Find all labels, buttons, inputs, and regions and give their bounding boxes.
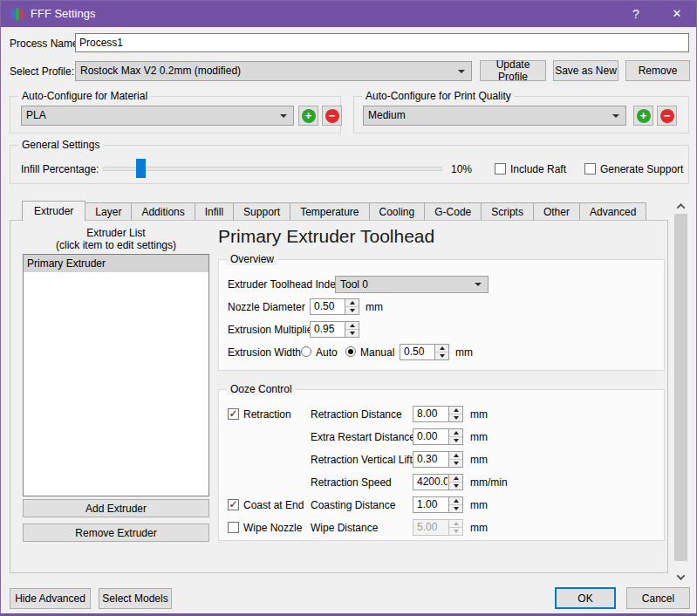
coasting-distance-unit: mm <box>470 499 488 511</box>
remove-material-button[interactable]: − <box>322 106 342 126</box>
remove-quality-button[interactable]: − <box>657 106 677 126</box>
scroll-down-icon[interactable] <box>673 571 688 584</box>
ooze-control-groupbox: Ooze Control ✓ Retraction Retraction Dis… <box>218 389 665 541</box>
toolhead-index-value: Tool 0 <box>340 277 470 292</box>
select-models-button[interactable]: Select Models <box>99 588 172 609</box>
infill-slider-track[interactable] <box>103 167 442 171</box>
include-raft-checkbox[interactable] <box>495 163 506 175</box>
toolhead-index-label: Extruder Toolhead Index <box>228 278 341 291</box>
extrusion-multiplier-spinner[interactable]: 0.95 <box>310 321 359 338</box>
generate-support-checkbox[interactable] <box>584 163 596 175</box>
spin-up-icon[interactable] <box>435 345 448 352</box>
spin-down-icon[interactable] <box>449 436 462 444</box>
quality-select[interactable]: Medium <box>363 106 626 126</box>
tab-extruder[interactable]: Extruder <box>22 201 85 221</box>
select-profile-label: Select Profile: <box>10 65 74 78</box>
tab-support[interactable]: Support <box>233 202 290 220</box>
spin-down-icon[interactable] <box>449 504 462 512</box>
tab-advanced[interactable]: Advanced <box>579 202 646 220</box>
hide-advanced-button[interactable]: Hide Advanced <box>10 588 91 609</box>
tab-scripts[interactable]: Scripts <box>481 202 534 220</box>
extrusion-width-auto-radio[interactable] <box>301 346 311 357</box>
coast-at-end-label[interactable]: Coast at End <box>243 499 304 511</box>
extra-restart-distance-spinner[interactable]: 0.00 <box>413 428 463 445</box>
wipe-nozzle-checkbox[interactable] <box>228 522 239 533</box>
wipe-distance-unit: mm <box>470 522 488 534</box>
tab-cooling[interactable]: Cooling <box>369 202 426 220</box>
infill-percentage-label: Infill Percentage: <box>21 163 99 175</box>
update-profile-button[interactable]: Update Profile <box>480 60 546 81</box>
wipe-nozzle-label[interactable]: Wipe Nozzle <box>243 522 302 534</box>
chevron-down-icon <box>458 70 465 73</box>
spin-down-icon[interactable] <box>345 306 359 314</box>
vertical-scrollbar[interactable] <box>673 200 688 584</box>
tab-layer[interactable]: Layer <box>85 202 132 220</box>
spin-up-icon[interactable] <box>345 299 359 306</box>
save-as-new-button[interactable]: Save as New <box>553 60 618 81</box>
general-settings-groupbox: General Settings Infill Percentage: 10% … <box>10 145 689 184</box>
retraction-speed-spinner[interactable]: 4200.0 <box>413 474 463 490</box>
retraction-checkbox-label[interactable]: Retraction <box>243 408 291 421</box>
extrusion-width-manual-radio[interactable] <box>345 346 356 357</box>
process-name-input[interactable]: Process1 <box>75 33 689 52</box>
spin-down-icon[interactable] <box>435 352 448 359</box>
spin-up-icon[interactable] <box>449 497 462 504</box>
material-groupbox: Auto-Configure for Material PLA + − <box>10 96 341 133</box>
tab-additions[interactable]: Additions <box>131 202 195 220</box>
spin-down-icon[interactable] <box>449 482 462 489</box>
close-icon[interactable]: ✕ <box>657 1 697 27</box>
title-bar: FFF Settings ? ✕ <box>1 1 696 27</box>
ok-button[interactable]: OK <box>555 587 616 609</box>
add-extruder-button[interactable]: Add Extruder <box>23 499 209 517</box>
extra-restart-distance-label: Extra Restart Distance <box>311 431 415 443</box>
extruder-listbox[interactable]: Primary Extruder <box>23 254 209 496</box>
overview-title: Overview <box>227 253 277 265</box>
quality-groupbox: Auto-Configure for Print Quality Medium … <box>353 96 689 133</box>
tab-gcode[interactable]: G-Code <box>424 202 482 220</box>
nozzle-diameter-value: 0.50 <box>314 299 344 314</box>
spin-up-icon[interactable] <box>345 322 359 329</box>
remove-extruder-button[interactable]: Remove Extruder <box>23 524 209 542</box>
chevron-down-icon <box>612 114 619 118</box>
retraction-checkbox[interactable]: ✓ <box>228 408 239 420</box>
material-groupbox-title: Auto-Configure for Material <box>18 90 151 102</box>
material-select[interactable]: PLA <box>21 106 294 126</box>
spin-down-icon[interactable] <box>345 329 359 337</box>
generate-support-label[interactable]: Generate Support <box>600 163 683 175</box>
scrollbar-thumb[interactable] <box>674 214 687 561</box>
spin-up-icon[interactable] <box>449 475 462 482</box>
profile-select[interactable]: Rostock Max V2 0.2mm (modified) <box>75 61 472 81</box>
tab-temperature[interactable]: Temperature <box>290 202 369 220</box>
remove-profile-button[interactable]: Remove <box>625 60 690 81</box>
overview-groupbox: Overview Extruder Toolhead Index Tool 0 … <box>218 259 665 371</box>
cancel-button[interactable]: Cancel <box>626 587 690 609</box>
retraction-distance-spinner[interactable]: 8.00 <box>413 406 463 422</box>
spin-down-icon[interactable] <box>449 414 462 421</box>
quality-select-value: Medium <box>368 106 608 125</box>
add-material-button[interactable]: + <box>298 106 318 126</box>
retraction-distance-label: Retraction Distance <box>311 408 402 421</box>
spin-up-icon[interactable] <box>449 407 462 414</box>
coast-at-end-checkbox[interactable]: ✓ <box>228 499 239 510</box>
tab-infill[interactable]: Infill <box>195 202 234 220</box>
nozzle-diameter-unit: mm <box>366 301 383 313</box>
coasting-distance-spinner[interactable]: 1.00 <box>413 496 463 513</box>
spin-down-icon[interactable] <box>449 459 462 467</box>
include-raft-label[interactable]: Include Raft <box>510 163 566 175</box>
nozzle-diameter-spinner[interactable]: 0.50 <box>310 298 359 315</box>
toolhead-index-select[interactable]: Tool 0 <box>335 276 489 293</box>
tab-other[interactable]: Other <box>533 202 580 220</box>
help-icon[interactable]: ? <box>617 1 655 27</box>
spin-up-icon[interactable] <box>449 429 462 436</box>
extrusion-width-spinner[interactable]: 0.50 <box>400 344 449 360</box>
fff-settings-dialog: FFF Settings ? ✕ Process Name: Process1 … <box>0 0 697 616</box>
spin-up-icon[interactable] <box>449 452 462 459</box>
extrusion-width-auto-label[interactable]: Auto <box>316 346 338 359</box>
add-quality-button[interactable]: + <box>633 106 653 126</box>
list-item[interactable]: Primary Extruder <box>24 255 208 272</box>
retraction-vertical-lift-spinner[interactable]: 0.30 <box>413 451 463 468</box>
scroll-up-icon[interactable] <box>673 200 688 213</box>
retraction-speed-label: Retraction Speed <box>311 476 392 489</box>
extrusion-width-manual-label[interactable]: Manual <box>360 346 394 359</box>
infill-slider-thumb[interactable] <box>136 159 146 178</box>
